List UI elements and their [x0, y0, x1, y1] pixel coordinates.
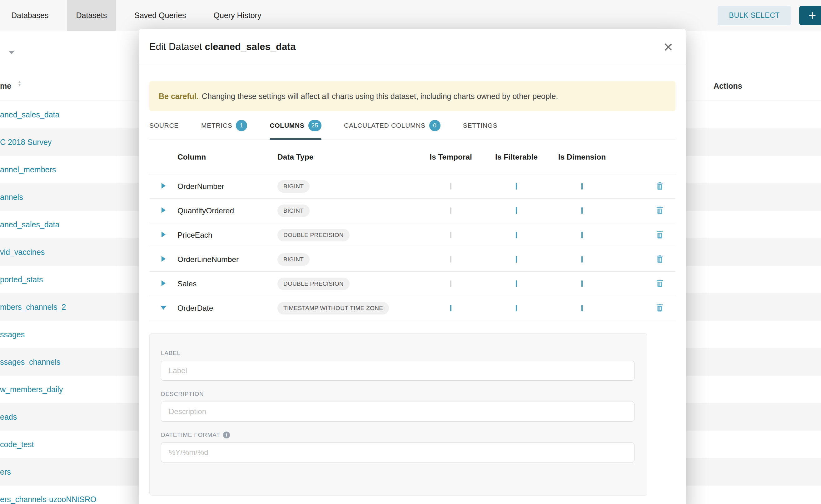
- is-temporal-checkbox[interactable]: [450, 280, 452, 287]
- is-temporal-header: Is Temporal: [430, 153, 472, 161]
- is-dimension-checkbox[interactable]: [581, 280, 583, 287]
- actions-column-header: Actions: [714, 82, 742, 91]
- dataset-link[interactable]: annels: [0, 193, 23, 202]
- is-filterable-checkbox[interactable]: [516, 207, 517, 214]
- is-dimension-checkbox[interactable]: [581, 305, 583, 311]
- is-filterable-checkbox[interactable]: [516, 305, 517, 311]
- screen: Databases Datasets Saved Queries Query H…: [0, 0, 821, 504]
- name-column-header[interactable]: me: [0, 82, 11, 91]
- is-filterable-checkbox[interactable]: [516, 232, 517, 238]
- is-filterable-checkbox[interactable]: [516, 256, 517, 263]
- tab-columns[interactable]: COLUMNS 25: [269, 111, 321, 140]
- info-icon[interactable]: i: [223, 432, 230, 438]
- is-temporal-checkbox[interactable]: [450, 183, 452, 190]
- nav-tab-databases[interactable]: Databases: [2, 0, 58, 31]
- column-row: QuantityOrdered BIGINT: [149, 199, 675, 223]
- tab-label: CALCULATED COLUMNS: [344, 122, 426, 129]
- dataset-link[interactable]: ers_channels-uzooNNtSRO: [0, 495, 96, 504]
- tab-settings[interactable]: SETTINGS: [463, 111, 498, 140]
- is-temporal-checkbox[interactable]: [450, 256, 452, 263]
- sort-icon[interactable]: ▲▼: [17, 80, 22, 87]
- is-temporal-checkbox[interactable]: [450, 305, 452, 311]
- column-row: OrderNumber BIGINT: [149, 174, 675, 199]
- is-dimension-checkbox[interactable]: [581, 183, 583, 190]
- column-name: PriceEach: [177, 231, 277, 240]
- expand-caret-icon[interactable]: [161, 207, 166, 214]
- is-filterable-checkbox[interactable]: [516, 183, 517, 190]
- dataset-link[interactable]: eads: [0, 413, 17, 422]
- is-dimension-checkbox[interactable]: [581, 207, 583, 214]
- column-row: Sales DOUBLE PRECISION: [149, 272, 675, 296]
- add-dataset-button[interactable]: +: [799, 6, 821, 25]
- description-field: DESCRIPTION: [161, 391, 635, 422]
- data-type-header: Data Type: [277, 153, 418, 161]
- columns-table-header: Column Data Type Is Temporal Is Filterab…: [149, 140, 675, 174]
- is-temporal-checkbox[interactable]: [450, 207, 452, 214]
- data-type-pill: DOUBLE PRECISION: [277, 278, 349, 290]
- column-name: QuantityOrdered: [177, 206, 277, 215]
- dataset-link[interactable]: code_test: [0, 440, 34, 449]
- label-input[interactable]: [161, 361, 635, 381]
- dataset-link[interactable]: ssages_channels: [0, 358, 60, 367]
- data-type-pill: BIGINT: [277, 180, 309, 193]
- datetime-format-field: DATETIME FORMAT i: [161, 432, 635, 462]
- data-type-pill: BIGINT: [277, 253, 309, 266]
- column-editor-panel: LABEL DESCRIPTION DATETIME FORMAT i: [149, 333, 647, 496]
- dataset-link[interactable]: ssages: [0, 330, 25, 339]
- modal-title: Edit Dataset cleaned_sales_data: [149, 41, 296, 52]
- is-filterable-checkbox[interactable]: [516, 280, 517, 287]
- expand-caret-icon[interactable]: [161, 280, 166, 287]
- nav-tab-datasets[interactable]: Datasets: [67, 0, 116, 31]
- warning-banner-bold: Be careful.: [159, 92, 199, 101]
- metrics-count-badge: 1: [236, 120, 247, 131]
- collapse-caret-icon[interactable]: [161, 305, 166, 311]
- dataset-link[interactable]: mbers_channels_2: [0, 303, 66, 312]
- dataset-link[interactable]: aned_sales_data: [0, 220, 59, 229]
- nav-actions: BULK SELECT +: [718, 0, 821, 31]
- calculated-columns-count-badge: 0: [429, 120, 441, 131]
- bulk-select-button[interactable]: BULK SELECT: [718, 6, 791, 25]
- is-dimension-checkbox[interactable]: [581, 256, 583, 263]
- datetime-format-field-label: DATETIME FORMAT i: [161, 432, 635, 438]
- is-temporal-checkbox[interactable]: [450, 232, 452, 238]
- tab-label: METRICS: [201, 122, 232, 129]
- tab-label: SOURCE: [149, 122, 179, 129]
- dataset-link[interactable]: ported_stats: [0, 275, 43, 284]
- tab-metrics[interactable]: METRICS 1: [201, 111, 247, 140]
- delete-column-icon[interactable]: [655, 181, 665, 192]
- datetime-format-input[interactable]: [161, 442, 635, 462]
- description-input[interactable]: [161, 402, 635, 422]
- tab-calculated-columns[interactable]: CALCULATED COLUMNS 0: [344, 111, 441, 140]
- modal-header: Edit Dataset cleaned_sales_data ×: [139, 29, 686, 65]
- delete-column-icon[interactable]: [655, 205, 665, 216]
- dataset-link[interactable]: aned_sales_data: [0, 110, 59, 119]
- delete-column-icon[interactable]: [655, 254, 665, 265]
- dataset-link[interactable]: ers: [0, 467, 11, 477]
- warning-banner-text: Changing these settings will affect all …: [202, 92, 558, 101]
- modal-title-dataset-name: cleaned_sales_data: [205, 41, 296, 52]
- description-field-label: DESCRIPTION: [161, 391, 635, 398]
- dataset-link[interactable]: w_members_daily: [0, 385, 63, 394]
- tab-source[interactable]: SOURCE: [149, 111, 179, 140]
- close-icon[interactable]: ×: [664, 39, 673, 55]
- nav-tab-query-history[interactable]: Query History: [204, 0, 271, 31]
- column-name: OrderNumber: [177, 182, 277, 191]
- dataset-link[interactable]: vid_vaccines: [0, 248, 45, 257]
- dataset-link[interactable]: C 2018 Survey: [0, 138, 52, 147]
- warning-banner: Be careful. Changing these settings will…: [149, 81, 675, 111]
- chevron-down-icon[interactable]: [9, 51, 14, 54]
- expand-caret-icon[interactable]: [161, 183, 166, 190]
- expand-caret-icon[interactable]: [161, 232, 166, 239]
- nav-tab-saved-queries[interactable]: Saved Queries: [125, 0, 195, 31]
- delete-column-icon[interactable]: [655, 279, 665, 289]
- top-nav: Databases Datasets Saved Queries Query H…: [0, 0, 821, 31]
- delete-column-icon[interactable]: [655, 230, 665, 240]
- column-name: Sales: [177, 279, 277, 288]
- data-type-pill: BIGINT: [277, 205, 309, 217]
- expand-caret-icon[interactable]: [161, 256, 166, 263]
- modal-tabs: SOURCE METRICS 1 COLUMNS 25 CALCULATED C…: [149, 111, 675, 140]
- delete-column-icon[interactable]: [655, 303, 665, 314]
- dataset-link[interactable]: annel_members: [0, 165, 56, 174]
- is-dimension-checkbox[interactable]: [581, 232, 583, 238]
- column-name: OrderDate: [177, 304, 277, 313]
